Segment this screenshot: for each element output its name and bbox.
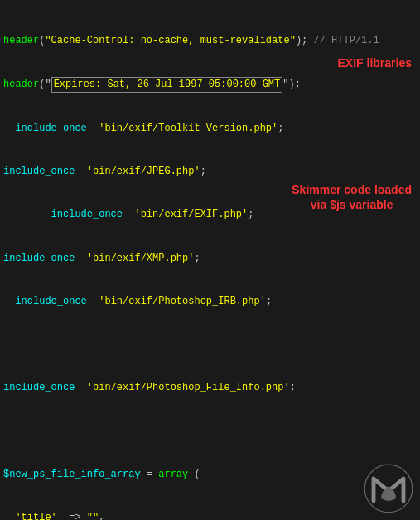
code-line-blank1 (3, 338, 417, 352)
exif-label-text: EXIF libraries (338, 56, 412, 70)
code-line-12: 'title' => "", (3, 511, 417, 520)
code-line-7: include_once 'bin/exif/Photoshop_IRB.php… (3, 295, 417, 309)
code-line-3: include_once 'bin/exif/Toolkit_Version.p… (3, 122, 417, 136)
expires-highlight: Expires: Sat, 26 Jul 1997 05:00:00 GMT (51, 77, 283, 93)
code-line-11: $new_ps_file_info_array = array ( (3, 468, 417, 482)
code-line-4: include_once 'bin/exif/JPEG.php'; (3, 165, 417, 179)
skimmer-label-text: Skimmer code loadedvia $js variable (292, 183, 412, 211)
malwarebytes-logo (364, 464, 413, 513)
code-line-2: header("Expires: Sat, 26 Jul 1997 05:00:… (3, 77, 417, 93)
skimmer-annotation: Skimmer code loadedvia $js variable (292, 182, 412, 212)
code-line-9: include_once 'bin/exif/Photoshop_File_In… (3, 381, 417, 395)
code-line-1: header("Cache-Control: no-cache, must-re… (3, 34, 417, 48)
exif-annotation: EXIF libraries (338, 56, 412, 70)
code-line-6: include_once 'bin/exif/XMP.php'; (3, 252, 417, 266)
malwarebytes-logo-svg (364, 464, 413, 513)
code-viewer: header("Cache-Control: no-cache, must-re… (0, 0, 420, 520)
code-line-blank2 (3, 424, 417, 438)
